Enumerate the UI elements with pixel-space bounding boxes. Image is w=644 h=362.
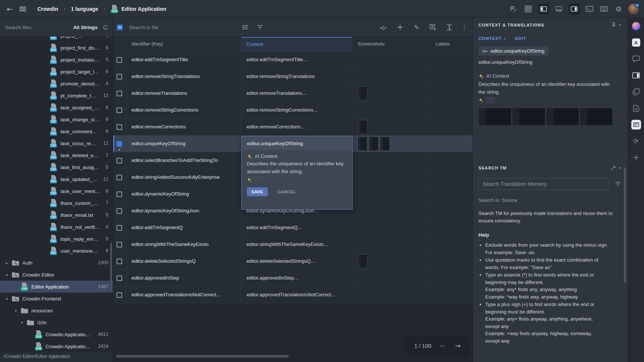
string-labels[interactable] <box>430 287 473 303</box>
select-all-checkbox[interactable] <box>117 25 123 30</box>
string-labels[interactable] <box>430 203 473 219</box>
screenshot-thumbnail[interactable] <box>357 120 367 134</box>
refresh-icon[interactable] <box>103 25 108 30</box>
row-checkbox[interactable] <box>117 259 122 264</box>
tab-context[interactable]: CONTEXT› <box>479 36 506 41</box>
row-checkbox[interactable] <box>117 124 122 130</box>
column-header-context[interactable]: Context <box>241 37 353 51</box>
sidebar-file-item[interactable]: ▾▸ TXT CSV task_deleted_e… 7 <box>0 149 113 161</box>
string-key[interactable]: editor.stringAddedSuccessfullyEnterprise <box>126 169 241 185</box>
string-key[interactable]: editor.approvedTranslationIsNotCorrect… <box>126 287 241 303</box>
search-in-file-input[interactable] <box>129 24 186 31</box>
string-screenshots[interactable] <box>352 52 430 68</box>
string-labels[interactable] <box>430 119 473 135</box>
sync-icon[interactable]: ⟳ <box>631 136 641 146</box>
string-screenshots[interactable] <box>352 68 430 85</box>
comments-icon[interactable] <box>631 54 641 64</box>
row-checkbox[interactable] <box>117 57 122 63</box>
sidebar-file-item[interactable]: ▾▸ TXT CSV thanx_not_verifi… 5 <box>0 221 113 233</box>
tab-edit[interactable]: EDIT <box>515 36 526 41</box>
sidebar-file-item[interactable]: ▾▸ TXT CSV project_… 6 <box>0 37 113 42</box>
row-checkbox[interactable] <box>117 225 122 231</box>
string-key[interactable]: editor.stringWithTheSameKeyExists <box>126 236 241 253</box>
string-key[interactable]: editor.dynamicKeyOfStringJson <box>126 203 241 219</box>
row-checkbox[interactable] <box>117 141 122 147</box>
tm-filter-icon[interactable] <box>615 181 621 187</box>
string-labels[interactable] <box>430 270 473 286</box>
strings-filter-dropdown[interactable]: All Strings <box>73 25 97 30</box>
panel-scrollbar[interactable] <box>624 167 626 283</box>
ai-assistant-icon[interactable] <box>631 21 641 31</box>
manage-columns-icon[interactable] <box>428 23 437 32</box>
sidebar-file-item[interactable]: ▾▸ TXT CSV task_cross_re… 12 <box>0 137 113 149</box>
row-checkbox[interactable] <box>117 275 122 281</box>
avatar[interactable] <box>628 4 639 14</box>
cancel-button[interactable]: CANCEL <box>275 189 298 194</box>
tune-filters-icon[interactable] <box>241 23 250 32</box>
kebab-menu-icon[interactable]: ⋮ <box>461 24 467 30</box>
string-context[interactable]: editor.editTmSegmentTitle… <box>241 52 353 68</box>
settings-gear-icon[interactable]: ⚙ <box>614 4 623 14</box>
expand-arrow-icon[interactable]: ▾▸ <box>21 321 27 325</box>
string-context[interactable]: editor.removeStringTranslations <box>241 68 353 85</box>
sidebar-file-item[interactable]: ▾▸ TXT CSV task_assigned_… 8 <box>0 102 113 113</box>
string-screenshots[interactable] <box>352 270 430 286</box>
string-key[interactable]: editor.uniqueKeyOfString <box>126 135 241 152</box>
pages-copy-icon[interactable] <box>631 87 641 97</box>
expand-arrow-icon[interactable]: ▾▸ <box>6 297 12 301</box>
table-row[interactable]: editor.removeStringTranslations editor.r… <box>113 68 473 85</box>
string-context[interactable]: editor.stringWithTheSameKeyExists… <box>241 236 353 253</box>
string-screenshots[interactable] <box>352 102 430 118</box>
screenshot-thumbnail[interactable] <box>580 108 613 125</box>
table-row[interactable]: editor.removeCorrections editor.removeCo… <box>113 119 473 135</box>
layout-right-panel-icon[interactable] <box>569 3 580 15</box>
string-labels[interactable] <box>430 152 473 169</box>
sidebar-file-item[interactable]: ▾▸ TXT CSV Editor Application 1487 <box>0 281 113 293</box>
prev-page-icon[interactable]: ← <box>440 342 446 350</box>
string-labels[interactable] <box>430 85 473 102</box>
string-context[interactable]: editor.removeStringCorrections… <box>241 102 353 118</box>
sidebar-file-item[interactable]: ▾▸ TXT CSV task_comment… 8 <box>0 125 113 137</box>
add-string-icon[interactable] <box>396 23 405 32</box>
string-labels[interactable] <box>430 102 473 118</box>
string-screenshots[interactable] <box>352 135 430 152</box>
approve-all-icon[interactable] <box>379 23 388 32</box>
string-key[interactable]: editor.deleteSelectedStringsQ <box>126 253 241 269</box>
screenshot-thumbnail[interactable] <box>380 137 390 151</box>
string-key[interactable]: editor.editTmSegmentTitle <box>126 52 241 68</box>
search-in-scope[interactable]: Search in: Source <box>479 197 613 203</box>
row-checkbox[interactable] <box>117 191 122 197</box>
column-header-screenshots[interactable]: Screenshots <box>352 37 430 51</box>
edit-string-icon[interactable]: ✎ <box>412 23 421 32</box>
screenshot-thumbnail[interactable] <box>479 108 511 125</box>
string-screenshots[interactable] <box>352 236 430 253</box>
table-row[interactable]: editor.stringWithTheSameKeyExists editor… <box>113 236 473 253</box>
row-checkbox[interactable] <box>117 74 122 79</box>
string-context[interactable]: editor.removeTranslations… <box>241 85 353 102</box>
breadcrumb-language[interactable]: 1 language <box>71 6 98 12</box>
row-checkbox[interactable] <box>117 208 122 214</box>
table-row[interactable]: editor.removeTranslations editor.removeT… <box>113 85 473 102</box>
sidebar-file-item[interactable]: ▾▸ TXT CSV pt_complete_t… 12 <box>0 90 113 102</box>
string-labels[interactable] <box>430 219 473 236</box>
screenshot-thumbnail[interactable] <box>357 254 367 268</box>
string-screenshots[interactable] <box>352 152 430 169</box>
breadcrumb-file[interactable]: Editor Application <box>121 6 166 12</box>
string-key-chip[interactable]: editor.uniqueKeyOfString <box>479 46 548 56</box>
string-screenshots[interactable] <box>352 119 430 135</box>
filter-icon[interactable] <box>256 23 264 32</box>
sidebar-scrollbar[interactable] <box>110 243 112 291</box>
row-height-icon[interactable] <box>445 23 454 32</box>
string-labels[interactable] <box>430 135 473 152</box>
table-row[interactable]: editor.approvedTranslationIsNotCorrect… … <box>113 287 473 303</box>
string-context[interactable]: editor.editTmSegmentQ… <box>241 219 353 236</box>
table-row[interactable]: editor.approvedInStep editor.approvedInS… <box>113 270 473 287</box>
sidebar-file-item[interactable]: ▾▸ TXT CSV topic_reply_em… 5 <box>0 233 113 245</box>
string-screenshots[interactable] <box>352 203 430 219</box>
grid-view-icon[interactable] <box>523 4 533 14</box>
save-button[interactable]: SAVE <box>247 187 268 196</box>
string-screenshots[interactable] <box>352 85 430 102</box>
sidebar-file-item[interactable]: ▾▸ TXT CSV task_updated_… 12 <box>0 173 113 185</box>
row-checkbox[interactable] <box>117 292 122 298</box>
pin-icon[interactable] <box>612 22 616 28</box>
